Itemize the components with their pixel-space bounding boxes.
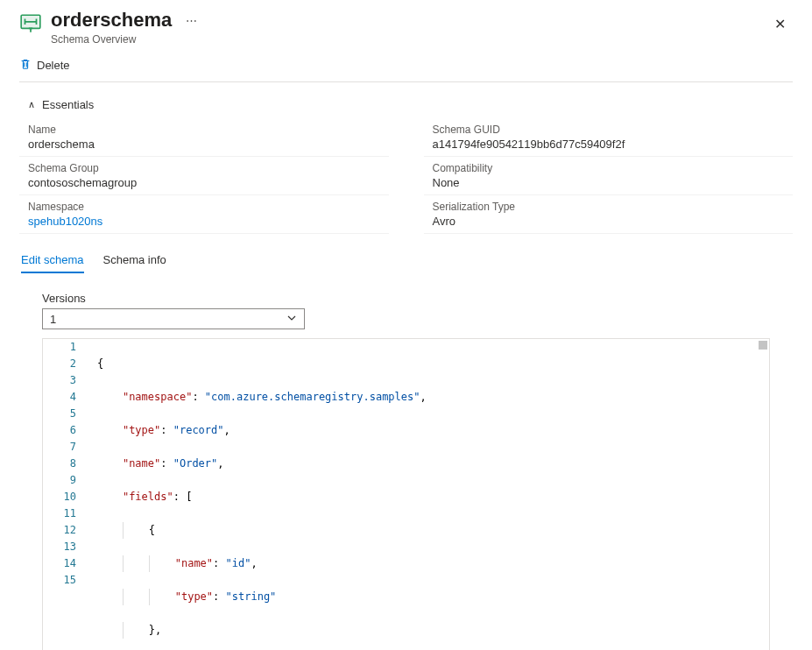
essentials-value: Avro xyxy=(433,215,785,228)
essentials-serialization: Serialization Type Avro xyxy=(424,195,794,234)
essentials-toggle[interactable]: ∧ Essentials xyxy=(19,91,793,118)
page-title: orderschema xyxy=(51,9,172,32)
versions-label: Versions xyxy=(42,292,770,305)
toolbar: Delete xyxy=(0,51,812,81)
versions-section: Versions 1 xyxy=(0,274,812,329)
chevron-up-icon: ∧ xyxy=(28,99,35,110)
close-button[interactable]: ✕ xyxy=(767,12,793,36)
essentials-namespace: Namespace spehub1020ns xyxy=(19,195,389,234)
versions-select[interactable]: 1 xyxy=(42,308,305,329)
essentials-group: Schema Group contososchemagroup xyxy=(19,157,389,195)
schema-icon xyxy=(19,12,42,35)
essentials-section: ∧ Essentials Name orderschema Schema GUI… xyxy=(0,82,812,234)
essentials-label: Serialization Type xyxy=(433,201,785,213)
schema-editor[interactable]: 123456789101112131415 { "namespace": "co… xyxy=(42,338,770,650)
essentials-label: Schema GUID xyxy=(433,124,785,136)
essentials-value: None xyxy=(433,176,785,189)
essentials-name: Name orderschema xyxy=(19,118,389,157)
header: orderschema ⋯ Schema Overview ✕ xyxy=(0,0,812,51)
close-icon: ✕ xyxy=(774,17,786,32)
essentials-value: a141794fe90542119bb6d77c59409f2f xyxy=(433,138,785,151)
delete-icon xyxy=(19,58,32,73)
page-subtitle: Schema Overview xyxy=(51,33,767,46)
delete-button[interactable]: Delete xyxy=(19,58,70,73)
chevron-down-icon xyxy=(286,313,297,326)
essentials-label: Schema Group xyxy=(28,162,380,174)
tab-schema-info[interactable]: Schema info xyxy=(103,248,166,273)
essentials-value: orderschema xyxy=(28,138,380,151)
essentials-guid: Schema GUID a141794fe90542119bb6d77c5940… xyxy=(424,118,794,157)
editor-gutter: 123456789101112131415 xyxy=(43,339,94,650)
tabs: Edit schema Schema info xyxy=(0,234,812,274)
essentials-heading: Essentials xyxy=(42,98,94,111)
namespace-link[interactable]: spehub1020ns xyxy=(28,215,380,228)
essentials-label: Namespace xyxy=(28,201,380,213)
essentials-value: contososchemagroup xyxy=(28,176,380,189)
versions-selected-value: 1 xyxy=(50,313,56,326)
essentials-compat: Compatibility None xyxy=(424,157,794,195)
tab-edit-schema[interactable]: Edit schema xyxy=(21,248,84,273)
essentials-label: Compatibility xyxy=(433,162,785,174)
delete-label: Delete xyxy=(37,59,70,72)
more-icon[interactable]: ⋯ xyxy=(186,14,197,27)
editor-code[interactable]: { "namespace": "com.azure.schemaregistry… xyxy=(94,339,769,650)
essentials-label: Name xyxy=(28,124,380,136)
